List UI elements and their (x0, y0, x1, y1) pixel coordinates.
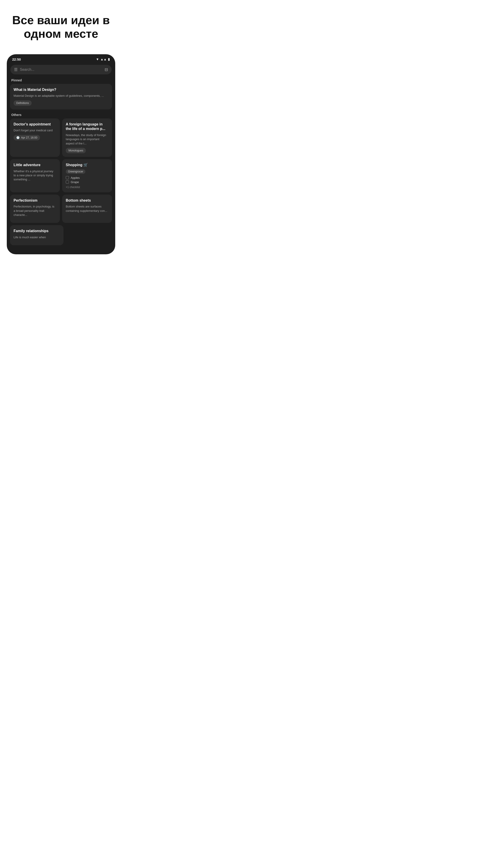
card-doctors-date-text: Apr 27, 16:00 (21, 136, 37, 139)
others-cards-area: Doctor's appointment Don't forget your m… (7, 119, 115, 245)
others-row-4: Family relationships Life is much easier… (10, 225, 112, 245)
card-family-relationships[interactable]: Family relationships Life is much easier… (10, 225, 64, 245)
others-row-2: Little adventure Whether it's a physical… (10, 159, 112, 192)
wifi-icon: ▼ (96, 57, 99, 61)
card-family-body: Life is much easier when (13, 235, 60, 239)
card-foreign-tag[interactable]: Monologues (66, 148, 86, 153)
others-section-label: Others (7, 112, 115, 119)
checklist-group-label: Greengrocer (66, 169, 86, 174)
status-bar: 22:50 ▼ ▲▲ ▮ (7, 54, 115, 63)
card-foreign-body: Nowadays, the study of foreign languages… (66, 133, 108, 146)
pinned-cards-area: What is Material Design? Material Design… (7, 84, 115, 110)
pinned-card-title: What is Material Design? (13, 88, 108, 92)
card-perfectionism-title: Perfectionism (13, 198, 56, 203)
card-doctors-title: Doctor's appointment (13, 122, 56, 127)
card-doctors-appointment[interactable]: Doctor's appointment Don't forget your m… (10, 119, 60, 157)
others-row-1: Doctor's appointment Don't forget your m… (10, 119, 112, 157)
hero-title: Все ваши идеи в одном месте (0, 0, 122, 50)
pinned-card-tag[interactable]: Definitions (13, 100, 32, 106)
checkbox-grape[interactable] (66, 180, 69, 184)
card-shopping[interactable]: Shopping 🛒 Greengrocer Apples Grape +1 c… (62, 159, 112, 192)
checkbox-apples[interactable] (66, 176, 69, 179)
card-placeholder (66, 225, 112, 245)
status-icons: ▼ ▲▲ ▮ (96, 57, 110, 61)
card-foreign-language[interactable]: A foreign language in the life of a mode… (62, 119, 112, 157)
card-bottom-sheets-title: Bottom sheets (66, 198, 108, 203)
pinned-card-material-design[interactable]: What is Material Design? Material Design… (10, 84, 112, 110)
layout-icon[interactable]: ⊟ (105, 67, 108, 72)
card-doctors-body: Don't forget your medical card (13, 128, 56, 132)
checklist-apples-text: Apples (71, 176, 80, 180)
pinned-section-label: Pinned (7, 77, 115, 84)
card-foreign-title: A foreign language in the life of a mode… (66, 122, 108, 131)
phone-mockup: 22:50 ▼ ▲▲ ▮ ☰ Search... ⊟ Pinned What i… (7, 54, 115, 254)
card-perfectionism[interactable]: Perfectionism Perfectionism, in psycholo… (10, 195, 60, 223)
card-adventure-body: Whether it's a physical journey to a new… (13, 169, 56, 182)
more-checklist-label: +1 checklist (66, 186, 108, 189)
battery-icon: ▮ (108, 57, 110, 61)
card-doctors-date: 🕐 Apr 27, 16:00 (13, 135, 40, 141)
status-time: 22:50 (12, 57, 21, 61)
card-bottom-sheets-body: Bottom sheets are surfaces containing su… (66, 205, 108, 213)
search-placeholder: Search... (20, 68, 102, 72)
others-row-3: Perfectionism Perfectionism, in psycholo… (10, 195, 112, 223)
signal-icon: ▲▲ (100, 57, 107, 61)
checklist-grape-text: Grape (71, 180, 79, 184)
clock-icon: 🕐 (16, 136, 20, 139)
card-perfectionism-body: Perfectionism, in psychology, is a broad… (13, 205, 56, 217)
checklist-item-apples: Apples (66, 176, 108, 180)
card-bottom-sheets[interactable]: Bottom sheets Bottom sheets are surfaces… (62, 195, 112, 223)
card-shopping-title: Shopping 🛒 (66, 163, 108, 167)
card-adventure-title: Little adventure (13, 163, 56, 167)
checklist-item-grape: Grape (66, 180, 108, 184)
card-little-adventure[interactable]: Little adventure Whether it's a physical… (10, 159, 60, 192)
card-family-title: Family relationships (13, 229, 60, 234)
menu-icon[interactable]: ☰ (14, 67, 18, 72)
search-bar[interactable]: ☰ Search... ⊟ (10, 65, 111, 74)
pinned-card-body: Material Design is an adaptable system o… (13, 94, 108, 98)
